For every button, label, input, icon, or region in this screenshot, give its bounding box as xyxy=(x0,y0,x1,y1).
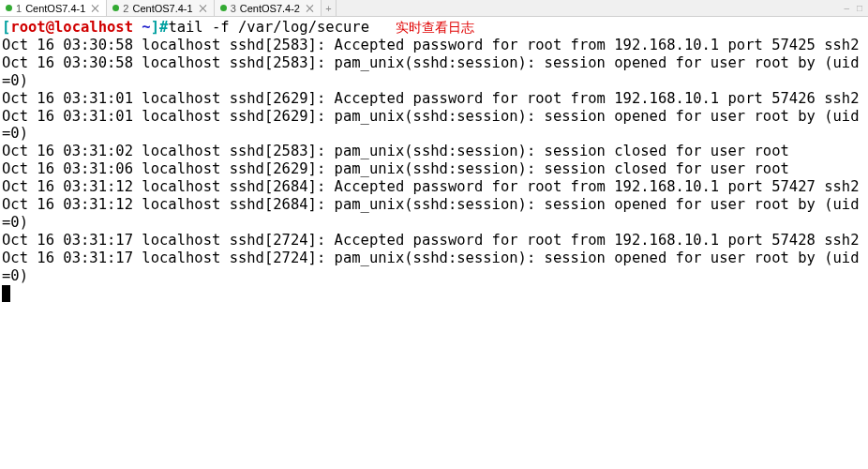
tab-3[interactable]: 3 CentOS7.4-2 xyxy=(215,0,322,16)
minimize-icon[interactable]: – xyxy=(844,3,849,13)
status-dot-icon xyxy=(6,5,12,11)
close-icon[interactable] xyxy=(199,4,208,13)
log-line: Oct 16 03:31:01 localhost sshd[2629]: Ac… xyxy=(2,90,860,107)
cursor-icon xyxy=(2,285,10,302)
status-dot-icon xyxy=(112,5,119,11)
tab-2[interactable]: 2 CentOS7.4-1 xyxy=(107,0,214,16)
tab-number: 3 xyxy=(231,3,236,14)
tab-1[interactable]: 1 CentOS7.4-1 xyxy=(0,0,107,16)
tab-bar: 1 CentOS7.4-1 2 CentOS7.4-1 3 CentOS7.4-… xyxy=(0,0,868,17)
close-icon[interactable] xyxy=(91,4,100,13)
log-line: Oct 16 03:31:02 localhost sshd[2583]: pa… xyxy=(2,143,789,159)
prompt-bracket-close: ]# xyxy=(151,19,169,36)
prompt-host: localhost xyxy=(54,19,133,36)
log-line: Oct 16 03:31:17 localhost sshd[2724]: pa… xyxy=(2,250,860,284)
tab-number: 1 xyxy=(16,3,22,14)
prompt-bracket-open: [ xyxy=(2,19,10,36)
terminal-output[interactable]: [root@localhost ~]#tail -f /var/log/secu… xyxy=(0,17,868,305)
log-line: Oct 16 03:31:12 localhost sshd[2684]: Ac… xyxy=(2,178,860,195)
annotation-label: 实时查看日志 xyxy=(396,20,474,35)
window-controls: – □ xyxy=(844,3,868,13)
tab-label: CentOS7.4-1 xyxy=(132,3,192,14)
prompt-user: root xyxy=(10,19,45,36)
tab-label: CentOS7.4-1 xyxy=(25,3,85,14)
log-line: Oct 16 03:31:01 localhost sshd[2629]: pa… xyxy=(2,108,860,143)
prompt-path: ~ xyxy=(142,19,150,36)
tab-label: CentOS7.4-2 xyxy=(240,3,300,14)
log-line: Oct 16 03:31:06 localhost sshd[2629]: pa… xyxy=(2,160,789,177)
log-line: Oct 16 03:31:17 localhost sshd[2724]: Ac… xyxy=(2,232,860,249)
log-line: Oct 16 03:30:58 localhost sshd[2583]: pa… xyxy=(2,54,860,89)
prompt-sep xyxy=(133,19,142,36)
log-line: Oct 16 03:30:58 localhost sshd[2583]: Ac… xyxy=(2,37,860,53)
close-icon[interactable] xyxy=(306,4,315,13)
log-line: Oct 16 03:31:12 localhost sshd[2684]: pa… xyxy=(2,196,860,231)
status-dot-icon xyxy=(220,5,227,11)
tab-number: 2 xyxy=(123,3,128,14)
maximize-icon[interactable]: □ xyxy=(857,3,862,13)
command-text: tail -f /var/log/secure xyxy=(168,19,369,36)
prompt-at: @ xyxy=(46,19,54,36)
add-tab-button[interactable]: + xyxy=(322,0,337,16)
